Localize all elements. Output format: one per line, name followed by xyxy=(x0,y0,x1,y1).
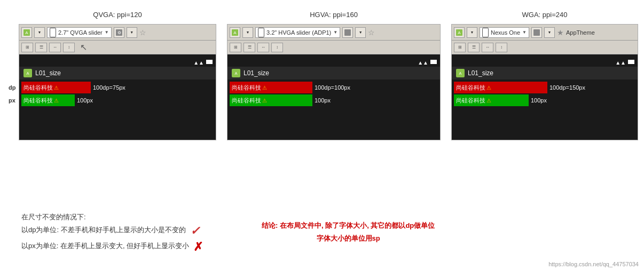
hvga-arrow-btn2[interactable]: ▼ xyxy=(355,27,366,38)
wga-arrow-btn[interactable]: ▼ xyxy=(467,27,477,38)
qvga-btn1[interactable]: A xyxy=(21,27,32,38)
hvga-device-arrow: ▼ xyxy=(333,30,337,35)
svg-text:A: A xyxy=(458,30,461,35)
hvga-status-bar: ▲▲ xyxy=(227,59,440,67)
wga-btn1[interactable]: A xyxy=(454,27,465,38)
svg-text:A: A xyxy=(234,71,237,76)
wga-star[interactable]: ★ xyxy=(557,28,564,37)
hvga-device-dropdown[interactable]: 3.2" HVGA slider (ADP1) ▼ xyxy=(255,27,340,38)
qvga-section: QVGA: ppi=120 A ▼ 2.7" QVGA slider ▼ ⚙ ▼… xyxy=(19,11,216,140)
qvga-device-label: 2.7" QVGA slider xyxy=(58,29,103,36)
wga-layout-btn1[interactable]: ⊞ xyxy=(454,43,466,52)
wga-px-bar: 尚硅谷科技 ⚠ xyxy=(454,94,529,106)
wga-app-bar: A L01_size xyxy=(452,67,638,80)
qvga-device-dropdown[interactable]: 2.7" QVGA slider ▼ xyxy=(47,27,112,38)
qvga-px-label: px xyxy=(9,97,15,104)
svg-text:⚙: ⚙ xyxy=(117,30,121,35)
wga-section: WGA: ppi=240 A ▼ Nexus One ▼ ▼ ★ AppThem… xyxy=(451,11,638,140)
svg-text:A: A xyxy=(233,30,237,35)
hvga-layout-btn1[interactable]: ⊞ xyxy=(230,43,241,52)
hvga-arrow-btn[interactable]: ▼ xyxy=(242,27,253,38)
hvga-ide-window: A ▼ 3.2" HVGA slider (ADP1) ▼ ▼ ☆ ⊞ ☰ ↔ xyxy=(227,24,441,140)
qvga-layout-btn3[interactable]: ↔ xyxy=(49,43,61,52)
hvga-app-bar: A L01_size xyxy=(227,67,440,80)
qvga-dp-warning: ⚠ xyxy=(54,85,59,91)
wga-status-bar: ▲▲ xyxy=(452,59,638,67)
qvga-dp-row: dp 尚硅谷科技 ⚠ 100dp=75px xyxy=(21,82,214,93)
qvga-dp-size: 100dp=75px xyxy=(93,84,125,91)
qvga-layout-btn4[interactable]: ↕ xyxy=(63,43,75,52)
qvga-layout-btn2[interactable]: ☰ xyxy=(35,43,47,52)
svg-rect-8 xyxy=(344,29,351,36)
qvga-arrow-btn[interactable]: ▼ xyxy=(34,27,45,38)
qvga-layout-btn1[interactable]: ⊞ xyxy=(21,43,33,52)
wga-layout-btn3[interactable]: ↔ xyxy=(482,43,493,52)
hvga-phone-content: 尚硅谷科技 ⚠ 100dp=100px 尚硅谷科技 ⚠ 100px xyxy=(227,80,440,108)
hvga-star[interactable]: ☆ xyxy=(368,28,375,37)
hvga-layout-btn4[interactable]: ↕ xyxy=(271,43,283,52)
qvga-btn2[interactable]: ⚙ xyxy=(114,27,124,38)
wga-dp-bar: 尚硅谷科技 ⚠ xyxy=(454,82,547,93)
hvga-px-warning: ⚠ xyxy=(262,98,267,104)
wga-px-warning: ⚠ xyxy=(486,98,491,104)
bottom-left-text: 在尺寸不变的情况下: 以dp为单位: 不差手机和好手机上显示的大小是不变的 ✓ … xyxy=(21,212,203,254)
qvga-px-text: 尚硅谷科技 xyxy=(23,97,53,105)
hvga-dp-warning: ⚠ xyxy=(262,85,267,91)
wga-title: WGA: ppi=240 xyxy=(522,11,568,19)
svg-text:A: A xyxy=(459,71,461,76)
wga-dp-row: 尚硅谷科技 ⚠ 100dp=150px xyxy=(454,82,635,93)
qvga-arrow-btn2[interactable]: ▼ xyxy=(127,27,137,38)
wga-ide-window: A ▼ Nexus One ▼ ▼ ★ AppTheme ⊞ ☰ ↔ xyxy=(451,24,638,140)
px-line-container: 以px为单位: 在差手机上显示变大, 但好手机上显示变小 ✗ xyxy=(21,240,203,254)
wga-btn2[interactable] xyxy=(531,27,542,38)
hvga-device-label: 3.2" HVGA slider (ADP1) xyxy=(266,29,331,36)
qvga-app-bar: A L01_size xyxy=(19,67,216,80)
qvga-px-size: 100px xyxy=(77,97,93,104)
hvga-btn2[interactable] xyxy=(342,27,353,38)
hvga-toolbar1: A ▼ 3.2" HVGA slider (ADP1) ▼ ▼ ☆ xyxy=(227,25,440,41)
hvga-px-row: 尚硅谷科技 ⚠ 100px xyxy=(230,94,438,106)
wga-phone-preview: ▲▲ A L01_size 尚硅谷科技 ⚠ 100dp=150p xyxy=(452,54,638,140)
hvga-section: HGVA: ppi=160 A ▼ 3.2" HVGA slider (ADP1… xyxy=(227,11,441,140)
wga-layout-btn4[interactable]: ↕ xyxy=(496,43,507,52)
conclusion-line1: 结论: 在布局文件中, 除了字体大小, 其它的都以dp做单位 xyxy=(262,221,435,231)
wga-px-text: 尚硅谷科技 xyxy=(456,97,485,105)
wga-dp-text: 尚硅谷科技 xyxy=(456,84,485,92)
hvga-btn1[interactable]: A xyxy=(230,27,240,38)
hvga-device-icon xyxy=(258,28,264,37)
hvga-layout-btn2[interactable]: ☰ xyxy=(244,43,255,52)
wga-arrow-btn2[interactable]: ▼ xyxy=(544,27,555,38)
hvga-app-icon: A xyxy=(232,69,240,77)
hvga-dp-text: 尚硅谷科技 xyxy=(232,84,261,92)
svg-text:A: A xyxy=(25,30,28,35)
qvga-star[interactable]: ☆ xyxy=(139,28,146,37)
wga-px-row: 尚硅谷科技 ⚠ 100px xyxy=(454,94,635,106)
wga-layout-btn2[interactable]: ☰ xyxy=(468,43,480,52)
cross-symbol: ✗ xyxy=(193,240,203,254)
px-line: 以px为单位: 在差手机上显示变大, 但好手机上显示变小 xyxy=(21,241,189,251)
qvga-dp-label: dp xyxy=(9,84,15,91)
qvga-device-arrow: ▼ xyxy=(105,30,109,35)
hvga-wifi: ▲▲ xyxy=(418,60,428,66)
wga-dp-warning: ⚠ xyxy=(486,85,491,91)
qvga-phone-content: dp 尚硅谷科技 ⚠ 100dp=75px px 尚硅谷科技 ⚠ xyxy=(19,80,216,108)
intro-line: 在尺寸不变的情况下: xyxy=(21,212,203,222)
wga-device-label: Nexus One xyxy=(491,29,520,36)
hvga-title: HGVA: ppi=160 xyxy=(310,11,358,19)
wga-signal xyxy=(628,60,634,64)
qvga-px-row: px 尚硅谷科技 ⚠ 100px xyxy=(21,94,214,106)
qvga-app-title: L01_size xyxy=(35,69,61,77)
watermark: https://blog.csdn.net/qq_44757034 xyxy=(548,261,639,267)
hvga-layout-btn3[interactable]: ↔ xyxy=(257,43,269,52)
qvga-px-warning: ⚠ xyxy=(54,98,59,104)
wga-wifi: ▲▲ xyxy=(615,60,626,66)
qvga-dp-text: 尚硅谷科技 xyxy=(23,84,53,92)
hvga-app-title: L01_size xyxy=(244,69,269,77)
qvga-ide-window: A ▼ 2.7" QVGA slider ▼ ⚙ ▼ ☆ ⊞ ☰ ↔ ↕ xyxy=(19,24,216,140)
conclusion-section: 结论: 在布局文件中, 除了字体大小, 其它的都以dp做单位 字体大小的单位用s… xyxy=(262,221,435,243)
hvga-phone-preview: ▲▲ A L01_size 尚硅谷科技 ⚠ 100dp=100p xyxy=(227,54,440,140)
wga-device-icon xyxy=(482,28,489,37)
wga-phone-content: 尚硅谷科技 ⚠ 100dp=150px 尚硅谷科技 ⚠ 100px xyxy=(452,80,638,108)
wga-device-dropdown[interactable]: Nexus One ▼ xyxy=(480,27,529,38)
qvga-status-bar: ▲▲ xyxy=(19,59,216,67)
